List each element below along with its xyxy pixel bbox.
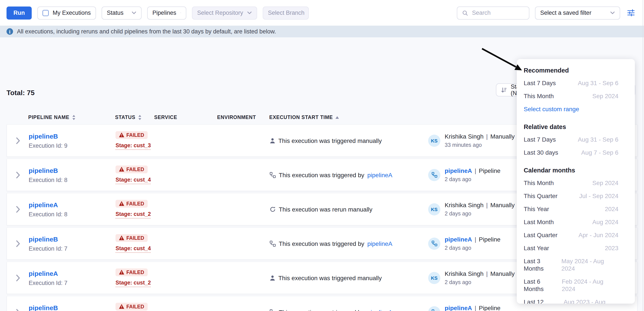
status-badge: FAILED [116,268,148,276]
failed-stage-link[interactable]: Stage: cust_3 [116,143,151,150]
dropdown-item[interactable]: Last Year2023 [517,242,635,254]
status-cell: FAILEDStage: cust_2 [116,268,154,287]
pipeline-name-link[interactable]: pipelineB [29,132,116,140]
sort-updown-icon [72,114,75,120]
pipeline-name-link[interactable]: pipelineA [29,201,116,208]
failed-stage-link[interactable]: Stage: cust_4 [116,246,151,253]
chevron-down-icon [132,11,136,14]
column-header[interactable]: EXECUTION START TIME [269,115,428,120]
search-box[interactable] [457,6,529,19]
chevron-down-icon [610,11,615,14]
pipelines-filter-dropdown[interactable]: Pipelines [147,6,186,19]
scrollbar-track[interactable] [643,0,643,311]
dropdown-item[interactable]: Last MonthAug 2024 [517,216,635,228]
status-filter-dropdown[interactable]: Status [102,6,142,19]
dropdown-item[interactable]: This QuarterJul - Sep 2024 [517,190,635,202]
trigger-text: This execution was triggered manually [278,137,382,144]
chevron-right-icon [16,240,20,247]
expand-row-button[interactable] [7,206,29,212]
pipeline-name-cell: pipelineBExecution Id: 7 [29,235,116,252]
column-header[interactable]: STATUS [115,114,154,120]
dropdown-section-title: Recommended [517,62,635,76]
failed-stage-link[interactable]: Stage: cust_2 [116,280,151,287]
expand-row-button[interactable] [7,171,29,178]
start-time-ago: 2 days ago [445,279,514,285]
pipeline-name-link[interactable]: pipelineB [29,235,116,242]
my-executions-label: My Executions [53,10,91,16]
trigger-text: This execution was triggered by [279,171,364,178]
trigger-message: This execution was triggered bypipelineA [270,240,428,247]
dropdown-item[interactable]: Last 7 DaysAug 31 - Sep 6 [517,133,635,146]
warning-icon [119,236,124,240]
starter-name: Krishika Singh [445,133,484,140]
expand-row-button[interactable] [7,274,29,281]
select-repository-dropdown[interactable]: Select Repository [192,6,257,19]
filter-settings-button[interactable] [627,9,635,16]
pipeline-executions-page: Run My Executions Status Pipelines Selec… [0,0,644,311]
pipeline-name-link[interactable]: pipelineA [29,270,116,277]
dropdown-item[interactable]: Last 7 DaysAug 31 - Sep 6 [517,76,635,90]
info-banner: All executions, including reruns and chi… [0,26,644,37]
dropdown-item[interactable]: Last 3 MonthsMay 2024 - Aug 2024 [517,254,635,275]
pipeline-name-link[interactable]: pipelineB [29,166,116,174]
failed-stage-link[interactable]: Stage: cust_4 [116,177,151,184]
trigger-pipeline-link[interactable]: pipelineA [368,171,392,178]
execution-id: Execution Id: 7 [29,245,116,252]
separator: | [486,202,488,208]
trigger-pipeline-link[interactable]: pipelineA [368,308,392,311]
dropdown-section-title: Relative dates [517,119,635,133]
checkbox-icon[interactable] [43,10,49,16]
person-icon [270,138,275,144]
pipeline-icon [270,309,276,311]
column-header[interactable]: PIPELINE NAME [28,114,115,120]
dropdown-item[interactable]: This MonthSep 2024 [517,90,635,102]
dropdown-section: Relative datesLast 7 DaysAug 31 - Sep 6L… [517,119,635,162]
chevron-right-icon [16,274,20,281]
separator: | [475,167,476,174]
person-icon [270,275,275,281]
trigger-pipeline-link[interactable]: pipelineA [368,240,392,247]
select-branch-dropdown[interactable]: Select Branch [263,6,309,19]
run-button[interactable]: Run [6,6,32,19]
trigger-text: This execution was triggered manually [278,274,382,281]
column-header: ENVIRONMENT [217,115,269,120]
starter-pipeline-link[interactable]: pipelineA [445,167,472,174]
status-badge: FAILED [116,200,148,208]
starter-pipeline-link[interactable]: pipelineA [445,304,472,311]
dropdown-item[interactable]: This Year2024 [517,202,635,216]
status-badge: FAILED [116,131,148,139]
start-time-ago: 33 minutes ago [445,142,514,148]
status-cell: FAILEDStage: cust_3 [116,131,154,150]
saved-filter-dropdown[interactable]: Select a saved filter [535,6,620,19]
dropdown-item[interactable]: Last 12 MonthsAug 2023 - Aug 2024 [517,295,635,304]
trigger-message: This execution was triggered manually [270,274,428,281]
pipeline-name-cell: pipelineBExecution Id: 6 [29,304,116,311]
pipeline-name-link[interactable]: pipelineB [29,304,116,311]
warning-icon [119,167,124,172]
expand-row-button[interactable] [7,308,29,311]
dropdown-item[interactable]: Last QuarterApr - Jun 2024 [517,228,635,242]
dropdown-item[interactable]: Last 30 daysAug 7 - Sep 6 [517,146,635,159]
info-icon [6,28,13,35]
dropdown-item[interactable]: Last 6 MonthsFeb 2024 - Aug 2024 [517,275,635,295]
starter-via: Manually [490,202,514,208]
pipeline-name-cell: pipelineAExecution Id: 7 [29,270,116,286]
warning-icon [119,201,124,206]
starter-pipeline-link[interactable]: pipelineA [445,236,472,243]
pipeline-icon [270,240,276,246]
dropdown-item[interactable]: Select custom range [517,102,635,116]
expand-row-button[interactable] [7,137,29,144]
my-executions-checkbox[interactable]: My Executions [38,6,96,19]
dropdown-item[interactable]: This MonthSep 2024 [517,176,635,190]
separator: | [475,236,476,243]
search-input[interactable] [472,10,524,16]
status-cell: FAILEDStage: cust_4 [116,234,154,253]
pipeline-avatar [428,169,440,181]
user-avatar: KS [428,203,440,215]
expand-row-button[interactable] [7,240,29,247]
status-cell: FAILEDStage: cust_2 [116,303,154,311]
failed-stage-link[interactable]: Stage: cust_2 [116,211,151,219]
toolbar: Run My Executions Status Pipelines Selec… [0,0,644,26]
status-cell: FAILEDStage: cust_4 [116,166,154,184]
chevron-down-icon [247,11,252,14]
